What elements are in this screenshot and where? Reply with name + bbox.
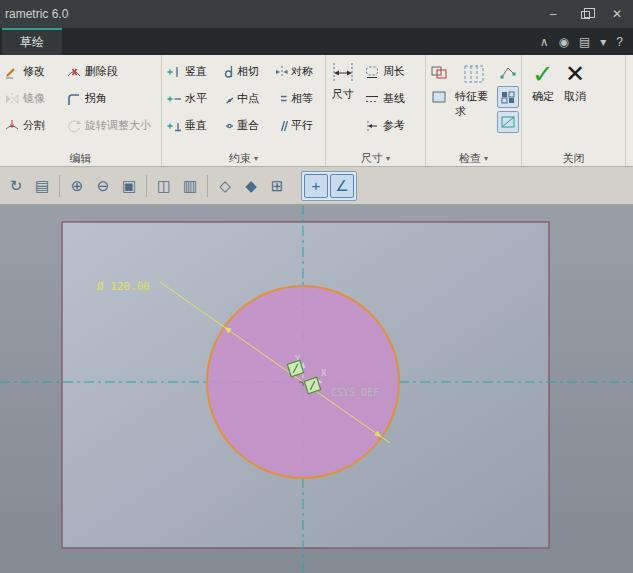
shaded-view-icon[interactable]: ◆ <box>239 174 263 198</box>
vertical-constraint-button[interactable]: 竖直 <box>164 58 216 85</box>
group-label-constrain[interactable]: 约束 ▾ <box>164 150 323 166</box>
grid-icon[interactable]: ⊞ <box>265 174 289 198</box>
corner-button[interactable]: 拐角 <box>64 85 158 112</box>
group-label-dimension[interactable]: 尺寸 ▾ <box>328 150 423 166</box>
chevron-down-icon: ▾ <box>254 154 258 163</box>
dimension-label: 尺寸 <box>332 87 354 102</box>
coincident-constraint-button[interactable]: 重合 <box>216 112 270 139</box>
ribbon-group-close: ✓ 确定 ✕ 取消 关闭 <box>522 55 626 166</box>
horizontal-constraint-button[interactable]: 水平 <box>164 85 216 112</box>
collapse-ribbon-icon[interactable]: ∧ <box>540 35 549 49</box>
perimeter-icon <box>364 65 380 79</box>
sketch-canvas[interactable]: Ø 120.00 Y X CSYS_DEF <box>0 205 633 573</box>
highlight-open-ends-icon <box>499 64 517 80</box>
divide-icon <box>4 119 20 133</box>
display-style-icon[interactable]: ◇ <box>213 174 237 198</box>
modify-button[interactable]: 修改 <box>2 58 64 85</box>
perimeter-button[interactable]: 周长 <box>362 58 407 85</box>
sketch-svg: Ø 120.00 Y X CSYS_DEF <box>0 205 633 573</box>
symmetric-constraint-label: 对称 <box>291 64 313 79</box>
midpoint-constraint-button[interactable]: 中点 <box>216 85 270 112</box>
zoom-out-icon[interactable]: ⊖ <box>91 174 115 198</box>
toolbar-separator <box>146 175 147 197</box>
tangent-constraint-icon <box>218 65 234 79</box>
corner-icon <box>66 92 82 106</box>
group-label-constrain-text: 约束 <box>229 151 251 166</box>
graphics-toolbar: ↻ ▤ ⊕ ⊖ ▣ ◫ ▥ ◇ ◆ ⊞ + ∠ <box>0 167 633 205</box>
vertical-constraint-icon <box>166 65 182 79</box>
baseline-button[interactable]: 基线 <box>362 85 407 112</box>
minimize-icon: – <box>550 7 557 21</box>
modify-label: 修改 <box>23 64 45 79</box>
ribbon-tab-bar: 草绘 ∧ ◉ ▤ ▾ ? <box>0 28 633 55</box>
delete-segment-label: 删除段 <box>85 64 118 79</box>
display-filter-icon[interactable]: ▤ <box>30 174 54 198</box>
baseline-label: 基线 <box>383 91 405 106</box>
mirror-button[interactable]: 镜像 <box>2 85 64 112</box>
dimension-button[interactable]: 尺寸 <box>328 58 358 150</box>
mirror-icon <box>4 92 20 106</box>
minimize-button[interactable]: – <box>537 0 569 28</box>
diameter-dimension-value[interactable]: Ø 120.00 <box>97 280 150 293</box>
view-manager-icon[interactable]: ▥ <box>178 174 202 198</box>
csys-label[interactable]: CSYS_DEF <box>331 387 379 399</box>
shade-closed-loops-button[interactable] <box>428 86 450 108</box>
sketcher-display-filter-icon[interactable]: ∠ <box>330 174 354 198</box>
equal-constraint-icon <box>272 92 288 106</box>
tangent-constraint-label: 相切 <box>237 64 259 79</box>
zoom-in-icon[interactable]: ⊕ <box>65 174 89 198</box>
divide-label: 分割 <box>23 118 45 133</box>
window-controls: – ✕ <box>537 0 633 28</box>
symmetric-constraint-icon <box>272 65 288 79</box>
equal-constraint-button[interactable]: 相等 <box>270 85 322 112</box>
horizontal-constraint-icon <box>166 92 182 106</box>
horizontal-constraint-label: 水平 <box>185 91 207 106</box>
modify-icon <box>4 65 20 79</box>
cancel-button[interactable]: ✕ 取消 <box>562 58 588 150</box>
repaint-icon[interactable]: ↻ <box>4 174 28 198</box>
reference-label: 参考 <box>383 118 405 133</box>
close-button[interactable]: ✕ <box>601 0 633 28</box>
shade-toggle-button[interactable] <box>497 111 519 133</box>
title-bar: rametric 6.0 – ✕ <box>0 0 633 28</box>
datum-display-filter-icon[interactable]: + <box>304 174 328 198</box>
chevron-down-icon: ▾ <box>484 154 488 163</box>
reference-button[interactable]: 参考 <box>362 112 407 139</box>
feature-requirements-icon <box>461 61 487 87</box>
parallel-constraint-icon <box>272 119 288 133</box>
overlapping-geometry-button[interactable] <box>428 61 450 83</box>
ok-button[interactable]: ✓ 确定 <box>530 58 556 150</box>
x-icon: ✕ <box>565 61 585 87</box>
saved-orientations-icon[interactable]: ◫ <box>152 174 176 198</box>
rotate-resize-label: 旋转调整大小 <box>85 118 151 133</box>
perpendicular-constraint-button[interactable]: 垂直 <box>164 112 216 139</box>
presence-icon[interactable]: ◉ <box>558 35 568 49</box>
group-label-edit: 编辑 <box>2 150 159 166</box>
x-axis-label: X <box>321 368 327 378</box>
ribbon-group-edit: 修改 删除段 镜像 拐角 分割 <box>0 55 162 166</box>
feature-requirements-button[interactable]: 特征要求 <box>453 58 494 150</box>
chevron-down-icon[interactable]: ▾ <box>600 35 606 49</box>
ribbon: 修改 删除段 镜像 拐角 分割 <box>0 55 633 167</box>
close-icon: ✕ <box>612 7 622 21</box>
rotate-resize-button[interactable]: 旋转调整大小 <box>64 112 158 139</box>
display-filters-box: + ∠ <box>301 171 357 201</box>
tangent-constraint-button[interactable]: 相切 <box>216 58 270 85</box>
parallel-constraint-button[interactable]: 平行 <box>270 112 322 139</box>
ribbon-group-constrain: 竖直 相切 对称 水平 中点 <box>162 55 326 166</box>
delete-segment-button[interactable]: 删除段 <box>64 58 158 85</box>
equal-constraint-label: 相等 <box>291 91 313 106</box>
divide-button[interactable]: 分割 <box>2 112 64 139</box>
highlight-open-ends-button[interactable] <box>497 61 519 83</box>
help-icon[interactable]: ? <box>616 35 623 49</box>
tab-sketch[interactable]: 草绘 <box>2 28 62 55</box>
diagnostics-toggle-button[interactable] <box>497 86 519 108</box>
perpendicular-constraint-icon <box>166 119 182 133</box>
command-locator-icon[interactable]: ▤ <box>579 35 590 49</box>
symmetric-constraint-button[interactable]: 对称 <box>270 58 322 85</box>
refit-icon[interactable]: ▣ <box>117 174 141 198</box>
restore-button[interactable] <box>569 0 601 28</box>
group-label-inspect[interactable]: 检查 ▾ <box>428 150 519 166</box>
perimeter-label: 周长 <box>383 64 405 79</box>
feature-requirements-label: 特征要求 <box>455 89 492 119</box>
